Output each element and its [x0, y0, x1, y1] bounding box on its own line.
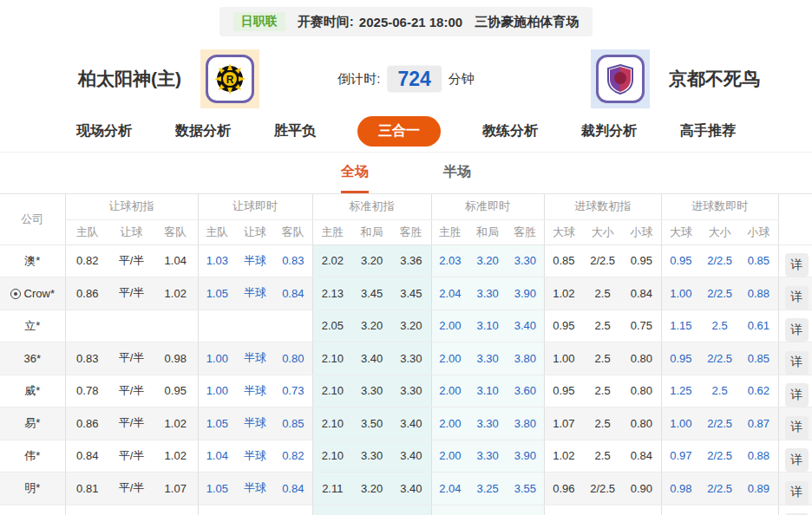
- odds-cell: 1.02: [154, 407, 198, 440]
- kickoff-time: 2025-06-21 18:00: [359, 15, 462, 29]
- odds-cell: 1.02: [154, 277, 198, 310]
- detail-button[interactable]: 详: [785, 448, 809, 472]
- countdown: 倒计时: 724 分钟: [337, 66, 475, 93]
- sub-column-header: 大小: [583, 219, 622, 244]
- odds-cell: 3.20: [391, 505, 431, 515]
- odds-cell: 3.40: [507, 310, 544, 342]
- company-name: 明*: [0, 473, 65, 505]
- detail-button[interactable]: 详: [785, 383, 809, 407]
- top-info-bar: 日职联 开赛时间: 2025-06-21 18:00 三协豪施柏体育场: [0, 0, 812, 36]
- ball-icon: [10, 289, 21, 299]
- sub-column-header: 和局: [468, 219, 507, 244]
- odds-cell: 1.04: [154, 244, 198, 277]
- odds-cell: 3.40: [391, 473, 431, 505]
- table-row: Crow*0.86平/半1.021.05半球0.842.133.453.452.…: [0, 277, 812, 310]
- odds-cell: [65, 310, 109, 342]
- odds-cell: 0.85: [739, 244, 778, 277]
- nav-tab-6[interactable]: 高手推荐: [678, 116, 737, 147]
- odds-cell: 0.82: [274, 440, 312, 473]
- detail-button[interactable]: 详: [785, 416, 809, 440]
- home-team: 柏太阳神(主) R: [26, 49, 259, 108]
- odds-cell: 3.30: [391, 342, 431, 375]
- odds-cell: 平/半: [109, 375, 154, 407]
- sub-column-header: 主胜: [431, 219, 468, 244]
- odds-cell: 1.00: [198, 342, 236, 375]
- nav-tab-1[interactable]: 数据分析: [174, 116, 232, 147]
- sub-column-header: 大小: [700, 219, 739, 244]
- odds-cell: 3.90: [507, 277, 544, 310]
- detail-button[interactable]: 详: [785, 481, 809, 505]
- odds-cell: 0.88: [739, 440, 778, 473]
- odds-cell: 2.03: [431, 244, 468, 277]
- odds-cell: 平/半: [109, 277, 154, 310]
- detail-button[interactable]: 详: [785, 253, 809, 277]
- odds-cell: 3.45: [391, 277, 431, 310]
- odds-cell: 1.04: [198, 440, 236, 473]
- nav-tab-0[interactable]: 现场分析: [75, 116, 134, 147]
- company-name: Interwet*: [0, 505, 65, 515]
- table-row: 澳*0.82平/半1.041.03半球0.832.023.203.362.033…: [0, 244, 812, 277]
- odds-cell: 0.95: [661, 244, 700, 277]
- detail-button[interactable]: 详: [785, 351, 809, 375]
- odds-cell: 0.84: [274, 473, 312, 505]
- odds-cell: 2.5: [583, 407, 622, 440]
- odds-cell: 1.00: [198, 375, 236, 407]
- odds-cell: 1.00: [198, 505, 236, 515]
- odds-cell: 0.95: [661, 342, 700, 375]
- odds-cell: 1.15: [661, 310, 700, 342]
- odds-cell: 2.02: [312, 244, 352, 277]
- odds-cell: 0.88: [739, 277, 778, 310]
- odds-cell: 2.00: [431, 407, 468, 440]
- group-header: 标准即时: [431, 194, 544, 219]
- odds-cell: 1.10: [544, 505, 583, 515]
- odds-cell: [154, 310, 198, 342]
- sub-column-header: 客胜: [391, 219, 431, 244]
- odds-cell: 3.10: [468, 310, 507, 342]
- odds-cell: 0.83: [274, 244, 312, 277]
- sub-column-header: 让球: [109, 219, 154, 244]
- table-row: Interwet*1.20半球0.651.00半球0.752.203.303.2…: [0, 505, 812, 515]
- sub-column-header: 让球: [236, 219, 274, 244]
- nav-tab-2[interactable]: 胜平负: [272, 116, 318, 147]
- odds-cell: 0.84: [65, 440, 109, 473]
- odds-cell: 3.30: [468, 440, 507, 473]
- odds-cell: 半球: [236, 244, 274, 277]
- detail-button[interactable]: 详: [785, 318, 809, 342]
- odds-cell: 3.20: [352, 473, 391, 505]
- odds-cell: 0.82: [65, 244, 109, 277]
- odds-cell: 半球: [236, 505, 274, 515]
- odds-cell: 2/2.5: [700, 440, 739, 473]
- action-column-header: [778, 194, 812, 244]
- odds-cell: 0.70: [622, 505, 661, 515]
- period-tab-0[interactable]: 全场: [341, 163, 369, 193]
- odds-cell: 1.05: [198, 407, 236, 440]
- sub-column-header: 客胜: [507, 219, 544, 244]
- svg-text:R: R: [226, 74, 234, 86]
- company-name-label: 威*: [24, 384, 40, 397]
- action-cell: 详: [778, 277, 812, 310]
- odds-cell: 0.85: [274, 407, 312, 440]
- odds-cell: 0.84: [274, 277, 312, 310]
- company-name-label: 立*: [24, 319, 40, 332]
- odds-cell: 0.85: [739, 342, 778, 375]
- odds-cell: 2.5: [700, 310, 739, 342]
- odds-cell: 2.00: [431, 342, 468, 375]
- odds-cell: 2/2.5: [583, 473, 622, 505]
- sub-column-header: 大球: [661, 219, 700, 244]
- odds-cell: 0.84: [622, 440, 661, 473]
- odds-cell: 0.84: [622, 277, 661, 310]
- action-cell: 详: [778, 473, 812, 505]
- company-name-label: Crow*: [24, 287, 55, 300]
- nav-tab-3[interactable]: 三合一: [357, 116, 441, 147]
- odds-cell: 0.75: [274, 505, 312, 515]
- period-tab-1[interactable]: 半场: [443, 163, 471, 193]
- odds-cell: 3.20: [352, 310, 391, 342]
- nav-tab-4[interactable]: 教练分析: [481, 116, 540, 147]
- odds-cell: 3.30: [352, 375, 391, 407]
- nav-tab-5[interactable]: 裁判分析: [580, 116, 638, 147]
- odds-cell: 2.00: [431, 505, 468, 515]
- detail-button[interactable]: 详: [785, 286, 809, 310]
- home-team-name: 柏太阳神(主): [78, 67, 181, 91]
- odds-cell: 2.13: [312, 277, 352, 310]
- odds-cell: 3.90: [507, 440, 544, 473]
